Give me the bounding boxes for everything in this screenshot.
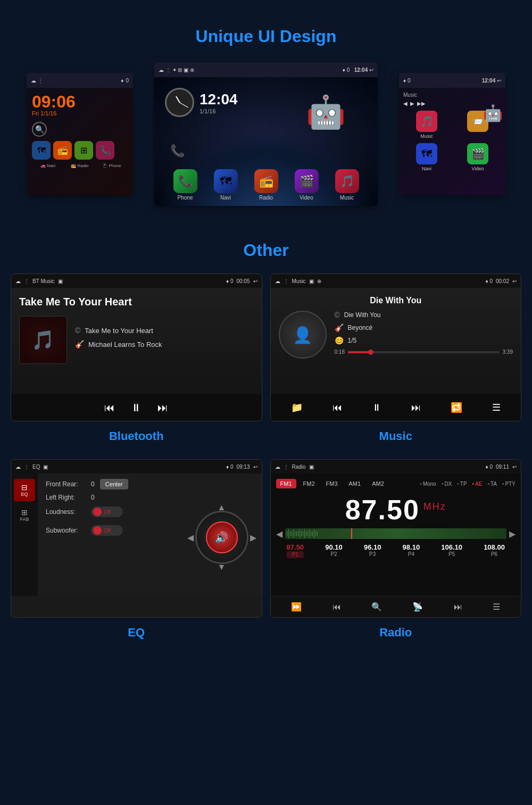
screen-right: ♦ 0 12:04 ↩ Music ◀▶▶▶ 🎵 Music 📨 🗺 Navi [399, 73, 505, 195]
sb-radio-time: 09:11 [496, 464, 509, 470]
sb-radio-lock-icon: ▣ [309, 464, 314, 470]
sb-radio-gps: ♦ 0 [486, 464, 493, 470]
sb-eq-menu-icon: ⋮ [24, 464, 29, 470]
sb-bt-back-icon[interactable]: ↩ [253, 278, 257, 284]
bt-song-name: Take Me to Your Heart [85, 327, 153, 335]
bt-controls: ⏮ ⏸ ⏭ [11, 394, 262, 421]
eq-front-rear-label: Front Rear: [46, 480, 86, 488]
sb-radio-menu-icon: ⋮ [284, 464, 289, 470]
sb-eq-back-icon[interactable]: ↩ [253, 464, 257, 470]
bt-player: ☁ ⋮ BT Music ▣ ♦ 0 00:05 ↩ Take Me To Yo… [11, 273, 262, 421]
radio-band-am1[interactable]: AM1 [345, 479, 365, 488]
sb-music-back-icon[interactable]: ↩ [512, 278, 517, 284]
bt-album-art: 🎵 [19, 316, 67, 364]
radio-band-fm2[interactable]: FM2 [299, 479, 319, 488]
left-time: 09:06 [32, 93, 128, 110]
music-play-btn[interactable]: ⏸ [372, 402, 381, 413]
page-title: Unique UI Design [196, 27, 337, 46]
music-prev-btn[interactable]: ⏮ [332, 402, 342, 413]
preset-p5[interactable]: 106.10 P5 [441, 543, 462, 558]
music-player: ☁ ⋮ Music ▣ ⊕ ♦ 0 00:02 ↩ Die With You 👤… [270, 273, 522, 421]
sb-bt-lock-icon: ▣ [58, 278, 63, 284]
eq-front-rear-val: 0 [91, 480, 95, 488]
music-repeat-btn[interactable]: 🔁 [451, 402, 462, 413]
sb-music-gps: ♦ 0 [486, 278, 493, 284]
screen-center: ☁ ⋮ ✦ ⊞ ▣ ⊕ ♦ 0 12:04 ↩ 12:04 1/1/16 🤖 📞… [154, 62, 378, 206]
bt-artist-icon: 🎸 [75, 340, 84, 348]
music-folder-btn[interactable]: 📁 [291, 402, 303, 413]
eq-tab-eq[interactable]: ⊟ EQ [14, 479, 35, 501]
music-song-title: Die With You [370, 296, 421, 305]
radio-next-btn[interactable]: ⏭ [454, 602, 462, 612]
eq-subwoofer-label: Subwoofer: [46, 527, 86, 534]
preset-p6[interactable]: 108.00 P6 [484, 543, 505, 558]
music-label: Music [270, 429, 522, 443]
bt-play-btn[interactable]: ⏸ [131, 402, 142, 414]
radio-wifi-btn[interactable]: 📡 [412, 602, 423, 612]
sb-radio-label: Radio [292, 464, 306, 470]
bt-next-btn[interactable]: ⏭ [157, 402, 168, 414]
eq-subwoofer-toggle[interactable]: Off [91, 525, 123, 536]
progress-bar[interactable] [348, 351, 500, 353]
bt-song-icon: © [75, 326, 80, 335]
sb-music-time: 00:02 [496, 278, 509, 284]
sb-radio-cloud-icon: ☁ [275, 464, 280, 470]
sb-bt-time: 00:05 [236, 278, 250, 284]
music-list-btn[interactable]: ☰ [492, 402, 501, 413]
music-artist-name: Beyoncé [348, 324, 373, 331]
radio-frequency: 87.50 MHz [276, 494, 516, 526]
radio-controls: ⏩ ⏮ 🔍 📡 ⏭ ☰ [271, 596, 521, 617]
sb-bt-cloud-icon: ☁ [15, 278, 21, 284]
sb-music-lock-icon: ▣ [309, 278, 314, 284]
radio-eq-btn[interactable]: ☰ [493, 602, 500, 612]
sb-music-cloud-icon: ☁ [275, 278, 280, 284]
music-next-btn[interactable]: ⏭ [411, 402, 421, 413]
radio-scale-left-btn[interactable]: ◀ [276, 529, 282, 539]
radio-scale-right-btn[interactable]: ▶ [509, 529, 516, 539]
knob-right-btn[interactable]: ▶ [250, 533, 256, 543]
radio-ff-btn[interactable]: ⏩ [291, 602, 302, 612]
radio-search-btn[interactable]: 🔍 [371, 602, 382, 612]
sb-music-label: Music [292, 278, 306, 284]
eq-screen: ☁ ⋮ EQ ▣ ♦ 0 09:13 ↩ ⊟ EQ ⊞ FAB [11, 459, 262, 618]
sb-eq-cloud-icon: ☁ [15, 464, 21, 470]
preset-p4[interactable]: 98.10 P4 [403, 543, 420, 558]
eq-loudness-toggle[interactable]: Off [91, 507, 123, 517]
bt-prev-btn[interactable]: ⏮ [104, 402, 115, 414]
radio-prev-btn[interactable]: ⏮ [332, 602, 341, 612]
music-track: 1/5 [348, 337, 357, 344]
player-row: ☁ ⋮ BT Music ▣ ♦ 0 00:05 ↩ Take Me To Yo… [11, 273, 521, 421]
music-controls: 📁 ⏮ ⏸ ⏭ 🔁 ☰ [271, 394, 521, 421]
radio-band-fm1[interactable]: FM1 [276, 479, 296, 488]
sb-bt-gps-icon: ♦ 0 [226, 278, 233, 284]
preset-p3[interactable]: 96.10 P3 [364, 543, 381, 558]
eq-main: Front Rear: 0 Center Left Right: 0 Loudn… [38, 474, 187, 596]
radio-band-am2[interactable]: AM2 [368, 479, 388, 488]
preset-p2[interactable]: 90.10 P2 [325, 543, 343, 558]
left-date: Fri 1/1/16 [32, 110, 128, 117]
sb-eq-time: 09:13 [236, 464, 250, 470]
eq-center-btn[interactable]: Center [100, 479, 128, 489]
sb-music-plus-icon: ⊕ [317, 278, 321, 284]
eq-tab-fab[interactable]: ⊞ FAB [14, 504, 35, 526]
sb-eq-gps: ♦ 0 [226, 464, 233, 470]
sb-bt-label: BT Music [32, 278, 55, 284]
eq-radio-labels: EQ Radio [11, 626, 521, 640]
music-song-name: Die With You [344, 311, 381, 319]
music-artist-icon: 🎸 [335, 323, 344, 332]
eq-loudness-label: Loudness: [46, 508, 86, 516]
other-title: Other [243, 240, 288, 260]
music-song-icon: © [335, 311, 340, 319]
preset-p1[interactable]: 87.50 P1 [287, 543, 304, 558]
bt-artist-name: Michael Learns To Rock [88, 341, 162, 348]
progress-total: 3:39 [503, 349, 513, 355]
eq-label: EQ [11, 626, 262, 640]
bt-song-title: Take Me To Your Heart [19, 296, 254, 308]
radio-band-fm3[interactable]: FM3 [322, 479, 342, 488]
eq-left-right-label: Left Right: [46, 494, 86, 501]
ui-screens-container: ☁ ⋮ ♦0 09:06 Fri 1/1/16 🔍 🗺 📻 ⊞ 📞 🚗 Navi… [11, 60, 521, 209]
sb-radio-back-icon[interactable]: ↩ [512, 464, 517, 470]
eq-knob: 🔊 [195, 511, 248, 564]
progress-current: 0:18 [335, 349, 345, 355]
knob-left-btn[interactable]: ◀ [187, 533, 194, 543]
